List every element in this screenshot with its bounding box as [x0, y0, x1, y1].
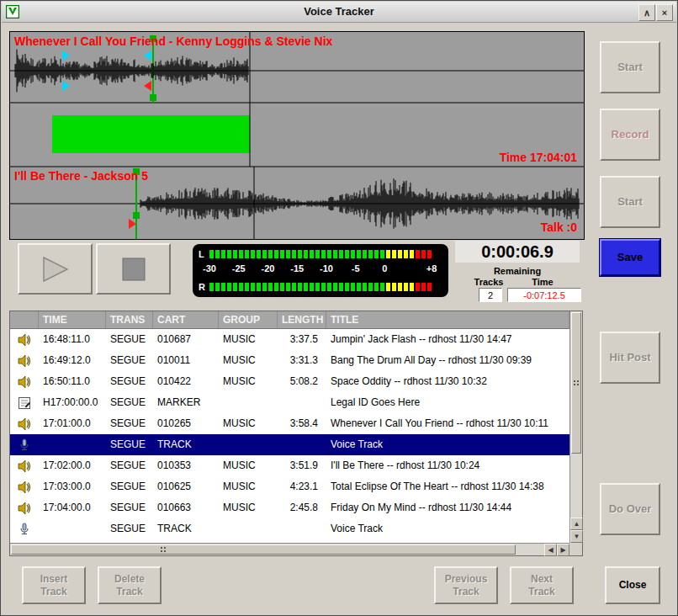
cell-len: 5:08.2: [278, 371, 326, 392]
column-header-icon[interactable]: [10, 311, 39, 329]
meter-segment: [398, 283, 402, 291]
cell-icon: [10, 413, 39, 434]
table-row[interactable]: 17:02:00.0SEGUE010353MUSIC3:51.9I'll Be …: [10, 455, 569, 476]
table-row[interactable]: 17:01:00.0SEGUE010265MUSIC3:58.4Whenever…: [10, 413, 569, 434]
table-row[interactable]: 17:04:00.0SEGUE010663MUSIC2:45.8Friday O…: [10, 497, 569, 518]
cell-time: H17:00:00.0: [39, 392, 106, 413]
column-header-trans[interactable]: TRANS: [106, 311, 153, 329]
hit-post-button[interactable]: Hit Post: [600, 332, 660, 384]
meter-segment: [262, 250, 267, 258]
waveform-canvas: [10, 32, 584, 239]
meter-segment: [327, 283, 331, 291]
start-track2-button[interactable]: Start: [600, 176, 660, 228]
horizontal-scrollbar[interactable]: ◀ ▶: [10, 543, 569, 555]
audio-meter: L -30-25-20-15-10-50+8 R: [193, 244, 448, 297]
scroll-right-icon[interactable]: ▶: [557, 544, 569, 556]
cell-icon: [10, 329, 39, 350]
scroll-down-icon[interactable]: ▼: [570, 530, 583, 543]
cell-trans: SEGUE: [106, 329, 153, 350]
record-button[interactable]: Record: [600, 109, 660, 161]
meter-segment: [427, 283, 432, 291]
cell-group: MUSIC: [219, 497, 278, 518]
meter-segment: [221, 283, 225, 291]
cell-cart: 010353: [153, 455, 219, 476]
waveform-path: [140, 178, 579, 228]
meter-left-label: L: [199, 249, 204, 259]
cell-group: MUSIC: [219, 455, 278, 476]
meter-scale-label: +8: [426, 263, 437, 273]
stop-button[interactable]: [96, 243, 171, 295]
meter-segment: [392, 283, 396, 291]
close-icon[interactable]: ×: [656, 4, 673, 21]
microphone-icon: [18, 438, 31, 452]
meter-segment: [345, 283, 349, 291]
meter-segment: [333, 283, 337, 291]
column-header-cart[interactable]: CART: [153, 311, 219, 329]
delete-track-button[interactable]: Delete Track: [98, 566, 162, 604]
meter-segment: [345, 250, 349, 258]
voice-tracker-window: Voice Tracker ∧ ×: [0, 0, 678, 616]
cell-title: Legal ID Goes Here: [326, 392, 569, 413]
meter-segment: [245, 250, 249, 258]
meter-segment: [386, 283, 390, 291]
cell-group: [219, 518, 278, 539]
cell-group: [219, 434, 278, 455]
cell-icon: [10, 392, 39, 413]
titlebar[interactable]: Voice Tracker ∧ ×: [2, 2, 676, 23]
table-row[interactable]: SEGUETRACKVoice Track: [10, 518, 569, 539]
save-button[interactable]: Save: [600, 239, 660, 276]
waveform-display[interactable]: Whenever I Call You Friend - Kenny Loggi…: [9, 31, 585, 240]
microphone-icon: [18, 523, 31, 536]
cell-icon: [10, 497, 39, 518]
speaker-icon: [18, 481, 31, 494]
table-row[interactable]: 16:50:11.0SEGUE010422MUSIC5:08.2Space Od…: [10, 371, 569, 392]
column-header-time[interactable]: TIME: [39, 311, 106, 329]
horizontal-scrollbar-thumb[interactable]: [11, 544, 516, 555]
meter-segment: [398, 250, 402, 258]
cell-title: Whenever I Call You Friend -- rdhost 11/…: [326, 413, 569, 434]
cell-time: [39, 518, 106, 539]
window-title: Voice Tracker: [2, 5, 676, 18]
marker-note-icon: [18, 396, 31, 410]
do-over-button[interactable]: Do Over: [600, 483, 660, 535]
meter-scale-label: -5: [352, 263, 360, 273]
meter-segment: [321, 250, 326, 258]
cell-cart: 010422: [153, 371, 219, 392]
meter-segment: [233, 250, 237, 258]
table-row[interactable]: 16:48:11.0SEGUE010687MUSIC3:37.5Jumpin' …: [10, 329, 569, 350]
table-row[interactable]: SEGUETRACKVoice Track: [10, 434, 569, 455]
cell-icon: [10, 434, 39, 455]
cell-icon: [10, 350, 39, 371]
column-header-length[interactable]: LENGTH: [278, 311, 326, 329]
meter-segment: [357, 283, 361, 291]
table-row[interactable]: 16:49:12.0SEGUE010011MUSIC3:31.3Bang The…: [10, 350, 569, 371]
column-header-group[interactable]: GROUP: [219, 311, 278, 329]
start-track1-button[interactable]: Start: [600, 41, 660, 93]
scroll-up-icon[interactable]: ▲: [570, 518, 583, 530]
cell-time: 16:48:11.0: [39, 329, 106, 350]
meter-segment: [251, 250, 255, 258]
table-row[interactable]: 17:03:00.0SEGUE010625MUSIC4:23.1Total Ec…: [10, 476, 569, 497]
cell-title: Space Oddity -- rdhost 11/30 10:32: [326, 371, 569, 392]
next-track-button[interactable]: Next Track: [510, 566, 574, 604]
vertical-scrollbar[interactable]: ▲ ▼: [569, 311, 582, 543]
maximize-icon[interactable]: ∧: [638, 4, 655, 21]
table-row[interactable]: H17:00:00.0SEGUEMARKERLegal ID Goes Here: [10, 392, 569, 413]
meter-segment: [333, 250, 337, 258]
meter-segment: [298, 283, 302, 291]
log-table-header[interactable]: TIMETRANSCARTGROUPLENGTHTITLE: [10, 311, 569, 329]
meter-segment: [257, 250, 261, 258]
close-button[interactable]: Close: [605, 566, 660, 604]
cell-trans: SEGUE: [106, 434, 153, 455]
column-header-title[interactable]: TITLE: [326, 311, 569, 329]
cell-cart: TRACK: [153, 518, 219, 539]
vertical-scrollbar-thumb[interactable]: [571, 312, 581, 454]
meter-segment: [221, 250, 225, 258]
waveform-path: [15, 50, 248, 93]
insert-track-button[interactable]: Insert Track: [22, 566, 86, 604]
previous-track-button[interactable]: Previous Track: [434, 566, 498, 604]
meter-segment: [380, 250, 384, 258]
meter-segment: [215, 283, 220, 291]
play-button[interactable]: [18, 243, 93, 295]
scroll-left-icon[interactable]: ◀: [544, 544, 557, 556]
